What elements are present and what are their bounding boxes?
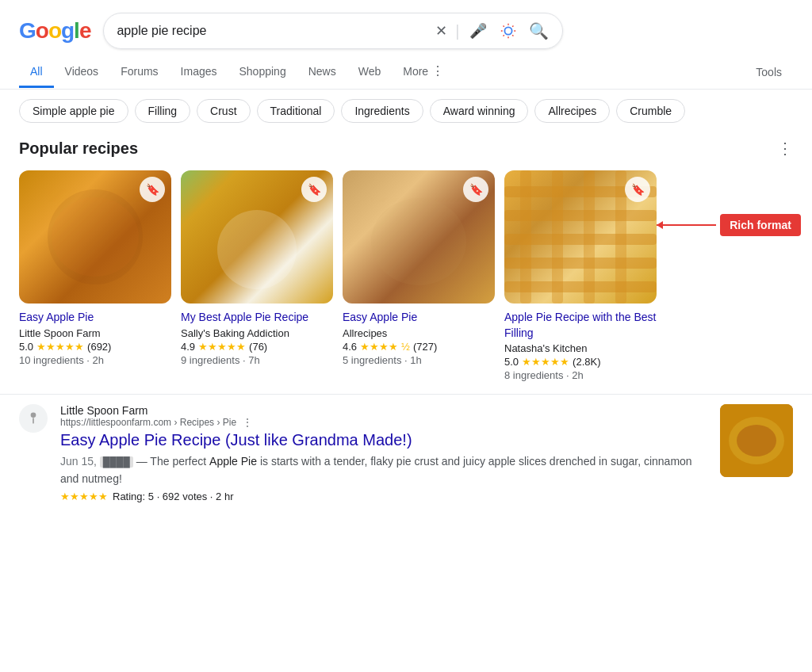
result-stars: ★★★★★: [60, 491, 108, 502]
recipe-card-2[interactable]: 🔖 My Best Apple Pie Recipe Sally's Bakin…: [181, 170, 333, 381]
search-input[interactable]: apple pie recipe: [117, 24, 429, 38]
recipe-source-2: Sally's Baking Addiction: [181, 327, 333, 339]
recipe-meta-2: 9 ingredients · 7h: [181, 354, 333, 366]
bookmark-icon-1[interactable]: 🔖: [140, 177, 165, 202]
half-star-3: ½: [401, 341, 410, 353]
recipe-title-1[interactable]: Easy Apple Pie: [19, 310, 171, 326]
svg-point-17: [31, 413, 36, 418]
snippet-date: Jun 15,: [60, 455, 97, 468]
chip-crumble[interactable]: Crumble: [616, 99, 685, 123]
chip-filling[interactable]: Filling: [135, 99, 191, 123]
result-rating-text: Rating: 5 · 692 votes · 2 hr: [113, 491, 233, 502]
recipe-card-image-1: 🔖: [19, 170, 171, 304]
result-url: https://littlespoonfarm.com › Recipes › …: [60, 417, 707, 428]
recipe-cards-wrapper: 🔖 Easy Apple Pie Little Spoon Farm 5.0 ★…: [19, 170, 793, 381]
google-lens-icon[interactable]: [497, 20, 519, 42]
clear-search-icon[interactable]: ✕: [435, 22, 447, 40]
svg-point-2: [52, 197, 139, 277]
stars-1: ★★★★★: [36, 341, 84, 353]
result-favicon: [19, 404, 48, 433]
result-snippet: Jun 15, ████ — The perfect Apple Pie is …: [60, 452, 707, 487]
svg-rect-12: [552, 170, 563, 304]
recipe-title-4[interactable]: Apple Pie Recipe with the Best Filling: [504, 310, 657, 341]
recipe-source-4: Natasha's Kitchen: [504, 342, 657, 354]
stars-2: ★★★★★: [198, 341, 246, 353]
section-options-icon[interactable]: ⋮: [777, 139, 793, 158]
rating-value-2: 4.9: [181, 341, 195, 353]
rating-value-1: 5.0: [19, 341, 33, 353]
bookmark-icon-2[interactable]: 🔖: [301, 177, 327, 202]
tab-shopping[interactable]: Shopping: [228, 57, 297, 88]
popular-recipes-section: Popular recipes ⋮ 🔖 Easy Apple Pie Littl…: [0, 132, 812, 394]
tab-videos[interactable]: Videos: [54, 57, 110, 88]
svg-point-4: [371, 198, 466, 285]
recipe-rating-3: 4.6 ★★★★½ (727): [343, 341, 495, 353]
search-bar[interactable]: apple pie recipe ✕ | 🎤 🔍: [103, 13, 563, 49]
recipe-source-3: Allrecipes: [343, 327, 495, 339]
recipe-card-image-3: 🔖: [343, 170, 495, 304]
recipe-card-1[interactable]: 🔖 Easy Apple Pie Little Spoon Farm 5.0 ★…: [19, 170, 171, 381]
tab-forums[interactable]: Forums: [109, 57, 169, 88]
header: Google apple pie recipe ✕ | 🎤 🔍: [0, 0, 812, 49]
recipe-card-image-4: 🔖: [504, 170, 657, 304]
section-header: Popular recipes ⋮: [19, 139, 793, 158]
stars-4: ★★★★★: [522, 356, 569, 368]
recipe-title-3[interactable]: Easy Apple Pie: [343, 310, 495, 326]
reviews-3: (727): [413, 341, 437, 353]
chip-traditional[interactable]: Traditional: [257, 99, 335, 123]
tab-more[interactable]: More ⋮: [392, 55, 455, 89]
chip-crust[interactable]: Crust: [197, 99, 250, 123]
separator: |: [455, 22, 459, 40]
result-rating-row: ★★★★★ Rating: 5 · 692 votes · 2 hr: [60, 491, 707, 502]
svg-point-3: [217, 210, 297, 289]
microphone-icon[interactable]: 🎤: [467, 20, 489, 42]
recipe-meta-1: 10 ingredients · 2h: [19, 354, 171, 366]
result-source-name: Little Spoon Farm: [60, 404, 707, 417]
search-result-1: Little Spoon Farm https://littlespoonfar…: [0, 394, 812, 512]
recipe-card-image-2: 🔖: [181, 170, 333, 304]
filter-chips: Simple apple pie Filling Crust Tradition…: [0, 90, 812, 132]
recipe-source-1: Little Spoon Farm: [19, 327, 171, 339]
chip-allrecipes[interactable]: Allrecipes: [534, 99, 610, 123]
reviews-4: (2.8K): [573, 356, 600, 368]
recipe-rating-4: 5.0 ★★★★★ (2.8K): [504, 356, 657, 368]
svg-rect-11: [520, 170, 531, 304]
nav-tabs: All Videos Forums Images Shopping News W…: [0, 49, 812, 90]
result-title[interactable]: Easy Apple Pie Recipe (Just like Grandma…: [60, 431, 707, 449]
tab-tools[interactable]: Tools: [745, 58, 793, 86]
tab-all[interactable]: All: [19, 57, 54, 88]
stars-3: ★★★★: [360, 341, 398, 353]
rich-format-arrow: [649, 216, 720, 235]
recipe-title-2[interactable]: My Best Apple Pie Recipe: [181, 310, 333, 326]
snippet-redacted: ████: [100, 456, 133, 468]
chip-ingredients[interactable]: Ingredients: [341, 99, 423, 123]
svg-marker-16: [657, 221, 663, 229]
rich-format-badge: Rich format: [720, 214, 801, 236]
recipe-rating-1: 5.0 ★★★★★ (692): [19, 341, 171, 353]
snippet-bold: Apple Pie: [209, 455, 257, 468]
result-options-icon[interactable]: ⋮: [243, 417, 252, 428]
recipe-meta-4: 8 ingredients · 2h: [504, 369, 657, 381]
bookmark-icon-4[interactable]: 🔖: [625, 177, 650, 202]
section-title: Popular recipes: [19, 139, 138, 158]
svg-rect-13: [584, 170, 595, 304]
tab-images[interactable]: Images: [170, 57, 228, 88]
result-content: Little Spoon Farm https://littlespoonfar…: [60, 404, 707, 502]
search-icons: ✕ | 🎤 🔍: [435, 20, 550, 42]
result-thumbnail: [720, 404, 793, 477]
reviews-1: (692): [87, 341, 111, 353]
recipe-meta-3: 5 ingredients · 1h: [343, 354, 495, 366]
recipe-card-4[interactable]: 🔖 Apple Pie Recipe with the Best Filling…: [504, 170, 657, 381]
tab-web[interactable]: Web: [347, 57, 393, 88]
rating-value-3: 4.6: [343, 341, 357, 353]
recipe-cards: 🔖 Easy Apple Pie Little Spoon Farm 5.0 ★…: [19, 170, 793, 381]
bookmark-icon-3[interactable]: 🔖: [463, 177, 488, 202]
chip-award-winning[interactable]: Award winning: [430, 99, 529, 123]
chip-simple-apple-pie[interactable]: Simple apple pie: [19, 99, 128, 123]
reviews-2: (76): [249, 341, 267, 353]
search-icon[interactable]: 🔍: [527, 20, 550, 42]
more-dots-icon: ⋮: [431, 63, 444, 78]
tab-news[interactable]: News: [297, 57, 347, 88]
recipe-card-3[interactable]: 🔖 Easy Apple Pie Allrecipes 4.6 ★★★★½ (7…: [343, 170, 495, 381]
rating-value-4: 5.0: [504, 356, 519, 368]
